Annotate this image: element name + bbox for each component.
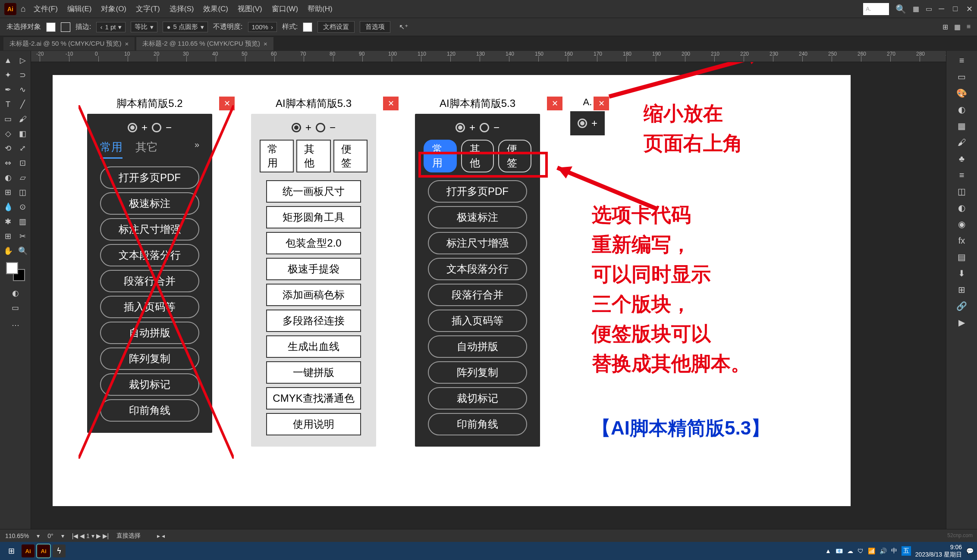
tab-other[interactable]: 其它 <box>135 140 158 159</box>
stroke-weight-dropdown[interactable]: ‹1 pt▾ <box>96 22 126 32</box>
menu-type[interactable]: 文字(T) <box>136 4 160 14</box>
chevron-right-icon[interactable]: » <box>195 140 199 159</box>
menu-object[interactable]: 对象(O) <box>101 4 126 14</box>
asset-export-panel-icon[interactable]: ⬇ <box>955 266 969 280</box>
brushes-panel-icon[interactable]: 🖌 <box>955 135 969 149</box>
layers-panel-icon[interactable]: ▤ <box>955 250 969 264</box>
menu-window[interactable]: 窗口(W) <box>272 4 298 14</box>
script-button[interactable]: 插入页码等 <box>428 310 527 332</box>
line-tool-icon[interactable]: ╱ <box>16 97 30 111</box>
gradient-panel-icon[interactable]: ◫ <box>955 185 969 198</box>
panel-close-button[interactable]: ✕ <box>219 97 235 110</box>
script-button[interactable]: 生成出血线 <box>266 335 361 358</box>
screen-mode-icon[interactable]: ▭ <box>9 301 22 315</box>
play-panel-icon[interactable]: ▶ <box>955 316 969 329</box>
tab-common[interactable]: 常用 <box>100 140 123 159</box>
top-search-input[interactable]: A. <box>863 3 889 15</box>
doc-tab-2[interactable]: 未标题-2 @ 110.65 % (CMYK/CPU 预览)× <box>136 37 273 50</box>
color-panel-icon[interactable]: 🎨 <box>955 86 969 100</box>
links-panel-icon[interactable]: 🔗 <box>955 299 969 313</box>
tray-ime-icon[interactable]: 中 <box>891 547 897 555</box>
script-button[interactable]: 文本段落分行 <box>100 244 199 266</box>
lasso-tool-icon[interactable]: ⊃ <box>16 68 30 82</box>
preferences-button[interactable]: 首选项 <box>360 21 390 33</box>
gradient-tool-icon[interactable]: ◫ <box>16 185 30 199</box>
script-button[interactable]: 文本段落分行 <box>428 258 527 280</box>
edit-toolbar-icon[interactable]: ⋯ <box>9 318 22 332</box>
script-button[interactable]: 段落行合并 <box>428 284 527 306</box>
properties-panel-icon[interactable]: ≡ <box>955 53 969 67</box>
script-button[interactable]: 标注尺寸增强 <box>100 218 199 241</box>
panel-close-button[interactable]: ✕ <box>547 97 562 110</box>
minimize-icon[interactable]: ─ <box>939 4 944 14</box>
rotate-tool-icon[interactable]: ⟲ <box>1 141 15 155</box>
search-icon[interactable]: 🔍 <box>895 4 906 14</box>
graph-tool-icon[interactable]: ▥ <box>16 215 30 228</box>
script-button[interactable]: 极速标注 <box>100 192 199 215</box>
stroke-swatch[interactable] <box>61 22 70 32</box>
script-button[interactable]: CMYK查找潘通色 <box>266 387 361 410</box>
panel-close-button[interactable]: ✕ <box>594 97 609 110</box>
doc-setup-button[interactable]: 文档设置 <box>317 21 355 33</box>
radio-icon[interactable] <box>292 123 301 132</box>
workspace-icon[interactable]: ▭ <box>926 5 932 13</box>
appearance-panel-icon[interactable]: ◉ <box>955 217 969 231</box>
script-button[interactable]: 使用说明 <box>266 413 361 435</box>
menu-edit[interactable]: 编辑(E) <box>67 4 92 14</box>
script-button[interactable]: 阵列复制 <box>100 347 199 370</box>
tab-close-icon[interactable]: × <box>264 40 267 47</box>
free-transform-tool-icon[interactable]: ⊡ <box>16 156 30 170</box>
perspective-tool-icon[interactable]: ▱ <box>16 171 30 185</box>
script-button[interactable]: 矩形圆角工具 <box>266 206 361 228</box>
home-icon[interactable]: ⌂ <box>21 4 26 14</box>
style-swatch[interactable] <box>303 22 312 32</box>
menu-view[interactable]: 视图(V) <box>238 4 262 14</box>
tray-icon[interactable]: ▲ <box>825 547 831 554</box>
zoom-tool-icon[interactable]: 🔍 <box>16 244 30 258</box>
script-button[interactable]: 插入页码等 <box>100 296 199 318</box>
shaper-tool-icon[interactable]: ◇ <box>1 127 15 141</box>
fill-stroke-swatches[interactable] <box>6 262 25 281</box>
tab-common[interactable]: 常用 <box>260 140 294 172</box>
script-button[interactable]: 段落行合并 <box>100 270 199 292</box>
script-button[interactable]: 统一画板尺寸 <box>266 180 361 203</box>
slice-tool-icon[interactable]: ✂ <box>16 229 30 243</box>
maximize-icon[interactable]: □ <box>953 4 958 14</box>
brush-dropdown[interactable]: ●5 点圆形▾ <box>163 22 208 32</box>
script-button[interactable]: 极速手提袋 <box>266 258 361 280</box>
rectangle-tool-icon[interactable]: ▭ <box>1 112 15 126</box>
stroke-panel-icon[interactable]: ≡ <box>955 168 969 182</box>
tray-icon[interactable]: 📧 <box>836 547 843 554</box>
scale-tool-icon[interactable]: ⤢ <box>16 141 30 155</box>
radio-icon[interactable] <box>128 123 137 132</box>
tray-icon[interactable]: 📶 <box>868 547 875 554</box>
script-button[interactable]: 裁切标记 <box>428 387 527 410</box>
ai-taskbar-icon[interactable]: Ai <box>37 544 50 557</box>
script-button[interactable]: 印前角线 <box>100 399 199 422</box>
script-button[interactable]: 一键拼版 <box>266 361 361 384</box>
draw-mode-icon[interactable]: ◐ <box>9 286 22 300</box>
radio-icon[interactable] <box>578 119 587 128</box>
tab-notes[interactable]: 便签 <box>333 140 368 172</box>
swatches-panel-icon[interactable]: ▦ <box>955 119 969 133</box>
notification-icon[interactable]: 💬 <box>966 547 974 554</box>
tray-ime-icon[interactable]: 五 <box>902 546 911 556</box>
script-button[interactable]: 打开多页PDF <box>428 180 527 203</box>
script-button[interactable]: 印前角线 <box>428 413 527 435</box>
script-button[interactable]: 标注尺寸增强 <box>428 232 527 254</box>
script-button[interactable]: 裁切标记 <box>100 373 199 396</box>
tab-close-icon[interactable]: × <box>125 40 129 47</box>
opacity-input[interactable]: 100%› <box>248 22 277 32</box>
transparency-panel-icon[interactable]: ◐ <box>955 201 969 215</box>
menu-effect[interactable]: 效果(C) <box>203 4 228 14</box>
script-button[interactable]: 阵列复制 <box>428 361 527 384</box>
mesh-tool-icon[interactable]: ⊞ <box>1 185 15 199</box>
close-icon[interactable]: ✕ <box>966 4 973 14</box>
uniform-dropdown[interactable]: 等比▾ <box>131 22 157 32</box>
panel-close-button[interactable]: ✕ <box>383 97 399 110</box>
shape-builder-tool-icon[interactable]: ◐ <box>1 171 15 185</box>
script-button[interactable]: 添加画稿色标 <box>266 284 361 306</box>
script-button[interactable]: 极速标注 <box>428 206 527 228</box>
curvature-tool-icon[interactable]: ∿ <box>16 83 30 97</box>
width-tool-icon[interactable]: ⇔ <box>1 156 15 170</box>
